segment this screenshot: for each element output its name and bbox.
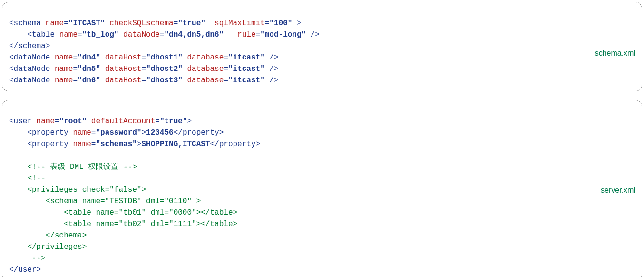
text: SHOPPING,ITCAST bbox=[141, 140, 210, 148]
tag-end: /> bbox=[265, 76, 279, 85]
code-line: <property bbox=[9, 129, 73, 137]
comment-line: <table name="tb01" dml="0000"></table> bbox=[9, 208, 237, 217]
comment-line: <table name="tb02" dml="1111"></table> bbox=[9, 220, 237, 228]
attr: name bbox=[55, 76, 73, 85]
val: "tb_log" bbox=[82, 30, 119, 39]
attr: name bbox=[59, 30, 78, 39]
comment-line: <privileges check="false"> bbox=[9, 186, 146, 194]
attr: name bbox=[55, 65, 73, 73]
attr: database bbox=[183, 76, 224, 85]
tag-end: > bbox=[292, 19, 301, 28]
comment-line: --> bbox=[9, 254, 46, 263]
attr: dataNode bbox=[118, 30, 159, 39]
val: "dn6" bbox=[78, 76, 100, 85]
val: "100" bbox=[269, 19, 292, 28]
val: "dhost3" bbox=[146, 76, 183, 85]
code-line: <schema bbox=[9, 19, 46, 28]
comment-line: <!-- 表级 DML 权限设置 --> bbox=[9, 163, 137, 171]
eq: = bbox=[224, 65, 228, 73]
eq: = bbox=[224, 76, 228, 85]
attr: name bbox=[55, 53, 73, 62]
eq: = bbox=[91, 140, 96, 148]
val: "itcast" bbox=[228, 53, 265, 62]
eq: = bbox=[174, 19, 178, 28]
val: "itcast" bbox=[228, 65, 265, 73]
attr: name bbox=[73, 140, 91, 148]
tag-end: > bbox=[187, 117, 192, 126]
eq: = bbox=[78, 30, 82, 39]
code-line: <dataNode bbox=[9, 76, 55, 85]
val: "dhost1" bbox=[146, 53, 183, 62]
val: "dn4" bbox=[78, 53, 100, 62]
attr: database bbox=[183, 65, 224, 73]
code-line: <dataNode bbox=[9, 53, 55, 62]
attr: dataHost bbox=[100, 53, 141, 62]
eq: = bbox=[256, 30, 261, 39]
comment-line: </schema> bbox=[9, 231, 87, 240]
tag-end: </property> bbox=[174, 129, 224, 137]
val: "dn5" bbox=[78, 65, 100, 73]
eq: = bbox=[224, 53, 228, 62]
tag-end: /> bbox=[306, 30, 320, 39]
attr: database bbox=[183, 53, 224, 62]
val: "schemas" bbox=[96, 140, 137, 148]
attr: dataHost bbox=[100, 65, 141, 73]
server-label: server.xml bbox=[601, 185, 635, 196]
comment-line: <schema name="TESTDB" dml="0110" > bbox=[9, 197, 201, 206]
text: 123456 bbox=[146, 129, 174, 137]
val: "true" bbox=[160, 117, 187, 126]
eq: = bbox=[141, 76, 146, 85]
val: "mod-long" bbox=[260, 30, 306, 39]
val: "ITCAST" bbox=[68, 19, 105, 28]
attr: defaultAccount bbox=[87, 117, 155, 126]
attr: dataHost bbox=[100, 76, 141, 85]
code-line: <table bbox=[9, 30, 59, 39]
eq: = bbox=[55, 117, 59, 126]
code-line: <dataNode bbox=[9, 65, 55, 73]
eq: = bbox=[91, 129, 96, 137]
eq: = bbox=[73, 76, 78, 85]
eq: = bbox=[73, 53, 78, 62]
tag-end: /> bbox=[265, 65, 279, 73]
val: "itcast" bbox=[228, 76, 265, 85]
val: "password" bbox=[96, 129, 141, 137]
code-line: <property bbox=[9, 140, 73, 148]
attr: rule bbox=[224, 30, 255, 39]
eq: = bbox=[141, 65, 146, 73]
eq: = bbox=[265, 19, 270, 28]
val: "dn4,dn5,dn6" bbox=[164, 30, 224, 39]
schema-xml-block: <schema name="ITCAST" checkSQLschema="tr… bbox=[2, 2, 642, 91]
attr: name bbox=[37, 117, 55, 126]
eq: = bbox=[155, 117, 160, 126]
attr: name bbox=[46, 19, 64, 28]
val: "dhost2" bbox=[146, 65, 183, 73]
tag-end: /> bbox=[265, 53, 279, 62]
attr: checkSQLschema bbox=[105, 19, 174, 28]
code-line: </schema> bbox=[9, 42, 50, 50]
eq: = bbox=[64, 19, 68, 28]
eq: = bbox=[73, 65, 78, 73]
comment-line: <!-- bbox=[9, 174, 46, 183]
val: "true" bbox=[178, 19, 205, 28]
attr: name bbox=[73, 129, 91, 137]
comment-line: </privileges> bbox=[9, 243, 87, 251]
attr: sqlMaxLimit bbox=[205, 19, 265, 28]
val: "root" bbox=[59, 117, 87, 126]
code-line: </user> bbox=[9, 266, 41, 274]
tag-end: > bbox=[141, 129, 146, 137]
tag-end: </property> bbox=[210, 140, 261, 148]
server-xml-block: <user name="root" defaultAccount="true">… bbox=[2, 100, 642, 277]
schema-label: schema.xml bbox=[595, 48, 635, 59]
code-line: <user bbox=[9, 117, 37, 126]
eq: = bbox=[141, 53, 146, 62]
